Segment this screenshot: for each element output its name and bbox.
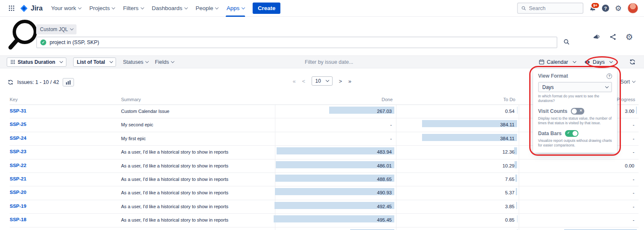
issue-key-link[interactable]: SSP-22 [10,159,121,172]
calendar-dropdown[interactable]: Calendar [539,59,575,65]
help-button[interactable]: ? [602,5,609,12]
search-input[interactable] [529,5,579,11]
data-bar [274,215,394,222]
duration-value: 0.00 [625,163,635,168]
issue-key-link[interactable]: SSP-21 [10,173,121,186]
duration-cell: - [275,132,396,145]
query-mode-label: Custom JQL [40,26,68,32]
list-mode-button[interactable]: List of Total [73,58,116,67]
statuses-dropdown[interactable]: Statuses [123,59,148,65]
data-bars-toggle[interactable]: ✓ [565,130,578,137]
data-bar [636,107,637,114]
settings-gear-icon[interactable]: ⚙ [615,5,622,12]
refresh-results-button[interactable] [8,79,13,85]
panel-help-icon[interactable]: ? [607,73,612,79]
fields-dropdown[interactable]: Fields [155,59,174,65]
last-page-button[interactable]: » [348,78,351,84]
duration-value: 7.65 [505,177,515,182]
user-avatar[interactable] [628,3,638,13]
chevron-down-icon [140,6,144,9]
chevron-down-icon [60,60,63,63]
jql-query-text: project in (SSP, SKP) [50,39,99,45]
duration-value: 486.01 [377,163,393,168]
issues-count: Issues: 1 - 10 / 42 [17,79,59,85]
nav-item-your-work[interactable]: Your work [47,0,85,17]
nav-item-apps[interactable]: Apps [222,0,248,17]
format-select[interactable]: Days [538,82,612,92]
chevron-down-icon [326,78,329,82]
duration-cell: 384.11 [396,132,519,145]
next-page-button[interactable]: > [339,78,342,84]
duration-value: - [633,122,635,127]
issue-summary: Instructions for deleting this sample bo… [121,227,275,230]
duration-cell: 0.45 [396,227,519,230]
sort-label: Sort [620,79,630,85]
chevron-down-icon [242,6,245,9]
report-settings-gear-icon[interactable]: ⚙ [626,33,633,41]
nav-item-label: Projects [90,5,110,11]
topnav-right: 9+ ? ⚙ [517,3,638,14]
chevron-down-icon [171,60,174,63]
issue-key-link[interactable]: SSP-19 [10,200,121,213]
duration-cell: - [519,186,639,199]
announcement-button[interactable] [593,34,600,40]
calendar-label: Calendar [547,59,568,65]
visit-counts-toggle[interactable]: ✕ [571,108,584,115]
issue-key-link[interactable]: SSP-24 [10,132,121,145]
prev-page-button[interactable]: < [302,78,305,84]
duration-value: 495.45 [377,217,393,222]
issue-key-link[interactable]: SSP-18 [10,214,121,227]
issue-summary: As a user, I'd like a historical story t… [121,159,275,172]
issue-key-link[interactable]: SSP-25 [10,118,121,131]
notifications-button[interactable]: 9+ [589,5,596,12]
page-size-select[interactable]: 10 [311,76,333,86]
global-search[interactable] [517,3,583,14]
query-mode-dropdown[interactable]: Custom JQL [36,24,77,34]
duration-value: - [390,122,393,127]
duration-value: 10.29 [502,163,515,168]
toggle-knob [573,131,578,136]
page-size-value: 10 [315,78,321,84]
chart-view-button[interactable] [63,78,74,86]
issue-key-link[interactable]: SSP-17 [10,227,121,230]
duration-value: 12.36 [502,149,515,154]
duration-value: 5.37 [505,190,515,195]
duration-cell: - [275,118,396,131]
jql-input[interactable]: ✓ project in (SSP, SKP) [36,37,557,48]
first-page-button[interactable]: « [293,78,296,84]
nav-item-people[interactable]: People [191,0,222,17]
chevron-down-icon [145,60,149,63]
view-format-dropdown[interactable]: Days [584,59,612,65]
issue-key-link[interactable]: SSP-20 [10,186,121,199]
nav-item-dashboards[interactable]: Dashboards [148,0,191,17]
jira-logo[interactable]: Jira [17,4,47,13]
switch-report-button[interactable] [629,59,636,65]
duration-value: - [633,149,635,154]
data-bar [515,175,517,182]
run-query-button[interactable] [563,39,570,45]
issue-summary: As a user, I'd like a historical story t… [121,186,275,199]
share-button[interactable] [610,34,616,40]
top-navigation: Jira Your workProjectsFiltersDashboardsP… [0,0,644,17]
duration-value: 492.45 [377,204,393,209]
nav-item-projects[interactable]: Projects [85,0,119,17]
megaphone-icon [593,34,600,40]
issue-date-filter[interactable]: Filter by issue date... [305,59,353,65]
report-toolbar: Status Duration List of Total Statuses F… [0,55,644,68]
app-logo-magnifier-icon [6,18,40,53]
toggle-on-check-icon: ✓ [567,131,570,135]
view-format-panel: View Format ? Days In which format do yo… [533,69,617,153]
chevron-down-icon [78,6,82,9]
nav-item-filters[interactable]: Filters [119,0,148,17]
sort-dropdown[interactable]: Sort [620,79,635,85]
create-button[interactable]: Create [253,3,280,14]
chevron-down-icon [215,6,219,9]
issue-key-link[interactable]: SSP-23 [10,146,121,159]
issue-key-link[interactable]: SSP-31 [10,105,121,118]
report-type-button[interactable]: Status Duration [7,58,66,67]
duration-cell: 12.36 [396,146,519,159]
app-switcher-icon[interactable] [6,5,17,11]
primary-nav: Your workProjectsFiltersDashboardsPeople… [47,0,248,17]
data-bar [276,161,394,168]
duration-value: 384.11 [500,122,515,127]
